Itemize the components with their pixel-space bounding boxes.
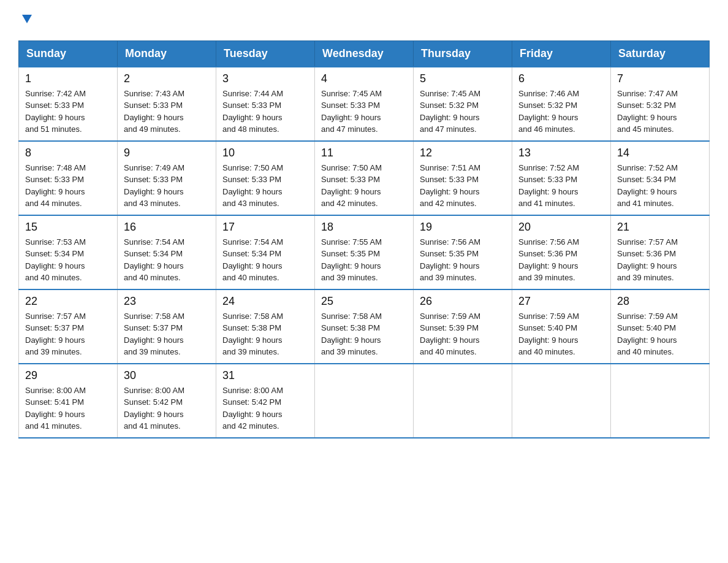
day-number: 29 [25,369,111,382]
day-info: Sunrise: 7:52 AMSunset: 5:34 PMDaylight:… [617,162,703,210]
day-info: Sunrise: 7:54 AMSunset: 5:34 PMDaylight:… [222,236,308,284]
day-info: Sunrise: 7:54 AMSunset: 5:34 PMDaylight:… [124,236,210,284]
calendar-cell: 2Sunrise: 7:43 AMSunset: 5:33 PMDaylight… [118,67,216,141]
calendar-week-row: 29Sunrise: 8:00 AMSunset: 5:41 PMDayligh… [19,364,710,438]
day-number: 1 [25,72,111,85]
day-number: 20 [518,221,604,234]
day-number: 4 [321,72,407,85]
day-header-sunday: Sunday [19,40,118,67]
calendar-cell: 3Sunrise: 7:44 AMSunset: 5:33 PMDaylight… [216,67,315,141]
calendar-cell: 15Sunrise: 7:53 AMSunset: 5:34 PMDayligh… [19,215,118,289]
day-number: 5 [420,72,506,85]
day-info: Sunrise: 7:55 AMSunset: 5:35 PMDaylight:… [321,236,407,284]
day-info: Sunrise: 7:50 AMSunset: 5:33 PMDaylight:… [222,162,308,210]
day-header-thursday: Thursday [414,40,512,67]
day-info: Sunrise: 7:48 AMSunset: 5:33 PMDaylight:… [25,162,111,210]
day-info: Sunrise: 7:51 AMSunset: 5:33 PMDaylight:… [420,162,506,210]
day-number: 22 [25,295,111,308]
day-number: 30 [124,369,210,382]
day-info: Sunrise: 7:59 AMSunset: 5:40 PMDaylight:… [617,310,703,358]
day-number: 23 [124,295,210,308]
day-info: Sunrise: 7:56 AMSunset: 5:36 PMDaylight:… [518,236,604,284]
day-number: 10 [222,147,308,159]
day-number: 15 [25,221,111,234]
day-info: Sunrise: 8:00 AMSunset: 5:42 PMDaylight:… [124,385,210,432]
day-number: 16 [124,221,210,234]
day-number: 6 [518,72,604,85]
day-number: 21 [617,221,703,234]
logo [18,12,34,28]
calendar-cell: 23Sunrise: 7:58 AMSunset: 5:37 PMDayligh… [118,289,216,364]
calendar-cell: 9Sunrise: 7:49 AMSunset: 5:33 PMDaylight… [118,141,216,215]
calendar-cell: 10Sunrise: 7:50 AMSunset: 5:33 PMDayligh… [216,141,315,215]
day-header-monday: Monday [118,40,216,67]
calendar-week-row: 8Sunrise: 7:48 AMSunset: 5:33 PMDaylight… [19,141,710,215]
calendar-cell [611,364,710,438]
day-info: Sunrise: 7:57 AMSunset: 5:37 PMDaylight:… [25,310,111,358]
day-number: 27 [518,295,604,308]
calendar-header-row: SundayMondayTuesdayWednesdayThursdayFrid… [19,40,710,67]
calendar-cell: 12Sunrise: 7:51 AMSunset: 5:33 PMDayligh… [414,141,512,215]
day-info: Sunrise: 7:59 AMSunset: 5:39 PMDaylight:… [420,310,506,358]
day-number: 7 [617,72,703,85]
calendar-cell [315,364,414,438]
calendar-cell: 31Sunrise: 8:00 AMSunset: 5:42 PMDayligh… [216,364,315,438]
day-number: 2 [124,72,210,85]
day-header-saturday: Saturday [611,40,710,67]
day-number: 26 [420,295,506,308]
day-info: Sunrise: 8:00 AMSunset: 5:41 PMDaylight:… [25,385,111,432]
day-info: Sunrise: 7:44 AMSunset: 5:33 PMDaylight:… [222,88,308,136]
logo-triangle-icon [20,12,34,28]
day-info: Sunrise: 7:53 AMSunset: 5:34 PMDaylight:… [25,236,111,284]
calendar-cell: 21Sunrise: 7:57 AMSunset: 5:36 PMDayligh… [611,215,710,289]
calendar-cell: 18Sunrise: 7:55 AMSunset: 5:35 PMDayligh… [315,215,414,289]
day-info: Sunrise: 7:58 AMSunset: 5:38 PMDaylight:… [321,310,407,358]
calendar-cell: 29Sunrise: 8:00 AMSunset: 5:41 PMDayligh… [19,364,118,438]
day-info: Sunrise: 7:50 AMSunset: 5:33 PMDaylight:… [321,162,407,210]
day-number: 8 [25,147,111,159]
calendar-cell [512,364,611,438]
day-info: Sunrise: 7:59 AMSunset: 5:40 PMDaylight:… [518,310,604,358]
day-number: 9 [124,147,210,159]
page-header [18,12,710,28]
calendar-week-row: 1Sunrise: 7:42 AMSunset: 5:33 PMDaylight… [19,67,710,141]
calendar-cell: 1Sunrise: 7:42 AMSunset: 5:33 PMDaylight… [19,67,118,141]
calendar-cell: 6Sunrise: 7:46 AMSunset: 5:32 PMDaylight… [512,67,611,141]
day-info: Sunrise: 7:45 AMSunset: 5:32 PMDaylight:… [420,88,506,136]
calendar-cell: 24Sunrise: 7:58 AMSunset: 5:38 PMDayligh… [216,289,315,364]
day-info: Sunrise: 7:58 AMSunset: 5:37 PMDaylight:… [124,310,210,358]
day-info: Sunrise: 7:52 AMSunset: 5:33 PMDaylight:… [518,162,604,210]
day-info: Sunrise: 7:43 AMSunset: 5:33 PMDaylight:… [124,88,210,136]
day-info: Sunrise: 7:56 AMSunset: 5:35 PMDaylight:… [420,236,506,284]
calendar-cell: 28Sunrise: 7:59 AMSunset: 5:40 PMDayligh… [611,289,710,364]
day-number: 25 [321,295,407,308]
day-info: Sunrise: 8:00 AMSunset: 5:42 PMDaylight:… [222,385,308,432]
calendar-cell: 22Sunrise: 7:57 AMSunset: 5:37 PMDayligh… [19,289,118,364]
calendar-cell: 30Sunrise: 8:00 AMSunset: 5:42 PMDayligh… [118,364,216,438]
day-number: 12 [420,147,506,159]
day-info: Sunrise: 7:49 AMSunset: 5:33 PMDaylight:… [124,162,210,210]
day-info: Sunrise: 7:58 AMSunset: 5:38 PMDaylight:… [222,310,308,358]
day-number: 24 [222,295,308,308]
calendar-cell: 5Sunrise: 7:45 AMSunset: 5:32 PMDaylight… [414,67,512,141]
calendar-cell: 16Sunrise: 7:54 AMSunset: 5:34 PMDayligh… [118,215,216,289]
calendar-cell: 27Sunrise: 7:59 AMSunset: 5:40 PMDayligh… [512,289,611,364]
day-header-wednesday: Wednesday [315,40,414,67]
day-info: Sunrise: 7:57 AMSunset: 5:36 PMDaylight:… [617,236,703,284]
day-number: 17 [222,221,308,234]
day-info: Sunrise: 7:42 AMSunset: 5:33 PMDaylight:… [25,88,111,136]
calendar-cell: 25Sunrise: 7:58 AMSunset: 5:38 PMDayligh… [315,289,414,364]
day-number: 19 [420,221,506,234]
calendar-cell: 17Sunrise: 7:54 AMSunset: 5:34 PMDayligh… [216,215,315,289]
day-number: 18 [321,221,407,234]
calendar-cell: 20Sunrise: 7:56 AMSunset: 5:36 PMDayligh… [512,215,611,289]
day-number: 13 [518,147,604,159]
calendar-cell: 26Sunrise: 7:59 AMSunset: 5:39 PMDayligh… [414,289,512,364]
day-info: Sunrise: 7:45 AMSunset: 5:33 PMDaylight:… [321,88,407,136]
day-info: Sunrise: 7:46 AMSunset: 5:32 PMDaylight:… [518,88,604,136]
day-header-friday: Friday [512,40,611,67]
calendar-cell: 14Sunrise: 7:52 AMSunset: 5:34 PMDayligh… [611,141,710,215]
calendar-cell [414,364,512,438]
calendar-week-row: 15Sunrise: 7:53 AMSunset: 5:34 PMDayligh… [19,215,710,289]
day-number: 11 [321,147,407,159]
